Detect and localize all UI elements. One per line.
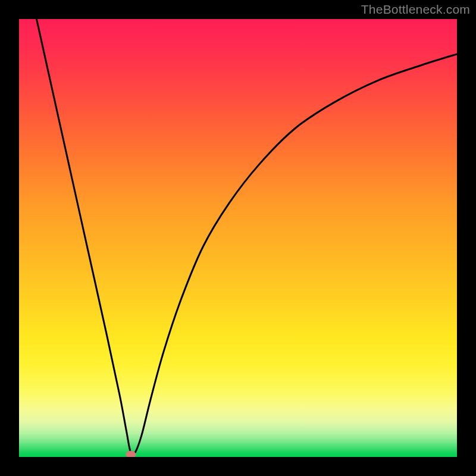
bottleneck-curve [36,19,457,455]
watermark-text: TheBottleneck.com [361,2,470,17]
chart-frame: TheBottleneck.com [0,0,476,476]
curve-svg [19,19,457,457]
plot-area [19,19,457,457]
minimum-marker [126,451,136,457]
